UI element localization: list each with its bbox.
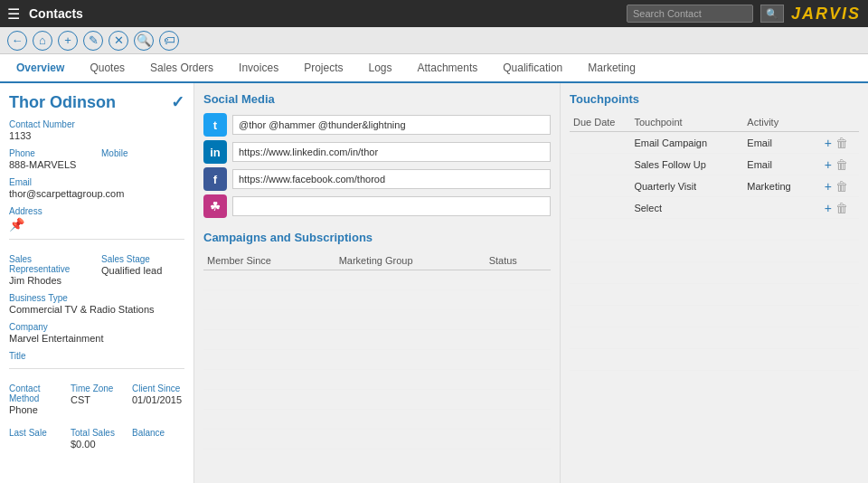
tab-quotes[interactable]: Quotes <box>77 54 137 83</box>
tab-sales-orders[interactable]: Sales Orders <box>137 54 226 83</box>
tp-touchpoint-select-0[interactable]: Email Campaign <box>634 137 718 148</box>
client-since-label: Client Since <box>132 384 184 393</box>
time-zone-value: CST <box>71 394 123 405</box>
phone-value: 888-MARVELS <box>9 159 92 170</box>
company-value: Marvel Entertainment <box>9 333 184 344</box>
tp-due-date-0 <box>570 132 630 154</box>
tp-due-date-1 <box>570 154 630 175</box>
touchpoints-table: Due Date Touchpoint Activity Email Campa… <box>570 113 859 371</box>
menu-icon[interactable]: ☰ <box>7 5 20 23</box>
twitter-icon: t <box>203 113 227 137</box>
edit-button[interactable]: ✎ <box>83 31 103 51</box>
balance-label: Balance <box>132 428 184 438</box>
tp-touchpoint-0: Email Campaign <box>630 132 743 154</box>
business-type-label: Business Type <box>9 293 184 303</box>
right-content: Social Media t in f ☘ C <box>194 83 868 483</box>
campaign-row-empty-5 <box>203 350 551 370</box>
mobile-label: Mobile <box>101 148 184 158</box>
instagram-input[interactable] <box>232 196 551 216</box>
instagram-row: ☘ <box>203 194 551 218</box>
tp-col-due-date: Due Date <box>570 113 630 132</box>
tp-del-btn-1[interactable]: 🗑 <box>835 158 848 171</box>
contact-method-value: Phone <box>9 404 61 415</box>
tab-qualification[interactable]: Qualification <box>490 54 575 83</box>
check-icon: ✓ <box>171 92 184 112</box>
tab-projects[interactable]: Projects <box>291 54 355 83</box>
tp-row-3: Select + 🗑 <box>570 197 859 219</box>
divider-1 <box>9 239 184 240</box>
tp-due-date-3 <box>570 197 630 219</box>
tp-add-btn-0[interactable]: + <box>825 137 832 149</box>
total-sales-value: $0.00 <box>71 439 123 450</box>
time-zone-label: Time Zone <box>71 384 123 393</box>
tab-overview[interactable]: Overview <box>4 54 77 83</box>
home-button[interactable]: ⌂ <box>33 31 52 51</box>
email-value: thor@scarpettagroup.com <box>9 188 184 199</box>
tp-activity-2: Marketing <box>743 175 820 197</box>
tp-activity-select-2[interactable]: Marketing <box>747 181 802 192</box>
linkedin-input[interactable] <box>232 142 551 162</box>
campaign-row-empty-4 <box>203 330 551 350</box>
tp-col-activity: Activity <box>743 113 820 132</box>
last-sale-label: Last Sale <box>9 428 61 438</box>
email-label: Email <box>9 177 184 187</box>
tp-activity-select-1[interactable]: Email <box>747 159 783 170</box>
tp-row-empty-7 <box>570 349 859 371</box>
search-contact-input[interactable] <box>627 5 753 23</box>
cancel-button[interactable]: ✕ <box>108 31 128 51</box>
divider-2 <box>9 368 184 369</box>
campaigns-section: Campaigns and Subscriptions Member Since… <box>203 231 551 450</box>
tp-touchpoint-select-3[interactable]: Select <box>634 203 673 213</box>
facebook-input[interactable] <box>232 169 551 189</box>
client-since-value: 01/01/2015 <box>132 394 184 405</box>
top-bar-right: 🔍 JARVIS <box>627 5 861 24</box>
touchpoints-section: Touchpoints Due Date Touchpoint Activity <box>561 83 868 483</box>
bookmark-button[interactable]: 🏷 <box>159 31 179 51</box>
tab-logs[interactable]: Logs <box>356 54 405 83</box>
tp-row-empty-5 <box>570 306 859 327</box>
tp-touchpoint-1: Sales Follow Up <box>630 154 743 175</box>
twitter-row: t <box>203 113 551 137</box>
add-button[interactable]: + <box>58 31 78 51</box>
linkedin-icon: in <box>203 140 227 164</box>
campaign-row-empty-6 <box>203 370 551 390</box>
tp-del-btn-2[interactable]: 🗑 <box>835 180 848 193</box>
back-button[interactable]: ← <box>7 31 27 51</box>
tp-add-btn-1[interactable]: + <box>825 158 832 171</box>
twitter-input[interactable] <box>232 115 551 135</box>
contact-name: Thor Odinson <box>9 93 116 112</box>
sales-rep-value: Jim Rhodes <box>9 275 92 286</box>
tp-row-empty-4 <box>570 284 859 306</box>
right-panel: Social Media t in f ☘ C <box>194 83 868 483</box>
tp-add-btn-3[interactable]: + <box>825 202 832 214</box>
tp-activity-1: Email <box>743 154 820 175</box>
tp-touchpoint-select-1[interactable]: Sales Follow Up <box>634 159 717 170</box>
tp-col-actions <box>821 113 859 132</box>
tp-del-btn-0[interactable]: 🗑 <box>835 137 848 149</box>
tp-add-btn-2[interactable]: + <box>825 180 832 193</box>
campaign-row-empty-9 <box>203 430 551 450</box>
tp-row-2: Quarterly Visit Marketing + <box>570 175 859 197</box>
tp-col-touchpoint: Touchpoint <box>630 113 743 132</box>
tab-marketing[interactable]: Marketing <box>575 54 648 83</box>
contact-name-row: Thor Odinson ✓ <box>9 92 184 112</box>
facebook-icon: f <box>203 167 227 191</box>
tp-activity-select-0[interactable]: Email <box>747 137 783 148</box>
tp-touchpoint-select-2[interactable]: Quarterly Visit <box>634 181 707 192</box>
contact-method-label: Contact Method <box>9 384 61 403</box>
campaigns-title: Campaigns and Subscriptions <box>203 231 551 244</box>
tp-del-btn-3[interactable]: 🗑 <box>835 202 848 214</box>
tab-bar: Overview Quotes Sales Orders Invoices Pr… <box>0 54 868 83</box>
tab-invoices[interactable]: Invoices <box>226 54 291 83</box>
col-status: Status <box>486 251 551 270</box>
address-label: Address <box>9 206 184 216</box>
tab-attachments[interactable]: Attachments <box>405 54 491 83</box>
business-type-value: Commercial TV & Radio Stations <box>9 304 184 315</box>
search-icon-button[interactable]: 🔍 <box>134 31 154 51</box>
address-pin-icon: 📌 <box>9 217 184 232</box>
col-marketing-group: Marketing Group <box>335 251 486 270</box>
linkedin-row: in <box>203 140 551 164</box>
campaign-row-empty-2 <box>203 290 551 310</box>
tp-row-1: Sales Follow Up Email + <box>570 154 859 175</box>
search-button[interactable]: 🔍 <box>760 5 784 23</box>
